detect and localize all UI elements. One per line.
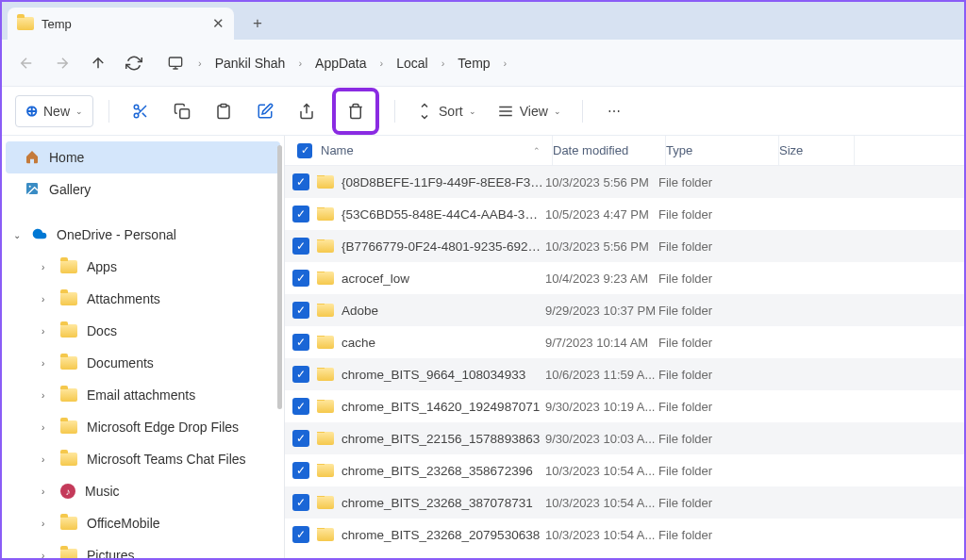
paste-button[interactable]: [208, 95, 240, 127]
table-row[interactable]: ✓chrome_BITS_22156_15788938639/30/2023 1…: [285, 422, 964, 454]
column-type[interactable]: Type: [666, 136, 779, 165]
table-row[interactable]: ✓cache9/7/2023 10:14 AMFile folder: [285, 326, 964, 358]
file-name-cell[interactable]: chrome_BITS_23268_358672396: [309, 464, 545, 478]
table-row[interactable]: ✓chrome_BITS_23268_38707873110/3/2023 10…: [285, 486, 964, 519]
copy-button[interactable]: [166, 95, 198, 127]
chevron-right-icon[interactable]: ›: [42, 326, 51, 337]
view-button[interactable]: View ⌄: [491, 95, 567, 127]
file-name-cell[interactable]: chrome_BITS_22156_1578893863: [309, 432, 545, 446]
file-name: chrome_BITS_23268_387078731: [341, 496, 545, 510]
sidebar-item-gallery[interactable]: Gallery: [6, 173, 280, 206]
row-checkbox[interactable]: ✓: [292, 334, 309, 351]
folder-icon: [317, 432, 334, 445]
select-all-checkbox[interactable]: ✓: [292, 143, 317, 158]
sidebar-item[interactable]: ›Apps: [6, 251, 280, 283]
file-name-cell[interactable]: {08D8BEFE-11F9-449F-8EE8-F3716E7C...: [309, 175, 545, 189]
file-name-cell[interactable]: chrome_BITS_9664_108034933: [309, 368, 545, 382]
chevron-right-icon[interactable]: ›: [42, 262, 51, 272]
close-icon[interactable]: ✕: [212, 15, 225, 32]
file-name-cell[interactable]: Adobe: [309, 304, 545, 318]
chevron-right-icon[interactable]: ›: [42, 390, 51, 401]
new-tab-button[interactable]: +: [242, 8, 274, 40]
chevron-right-icon[interactable]: ›: [42, 551, 51, 559]
file-name: Adobe: [341, 304, 545, 318]
sidebar-item[interactable]: ›Email attachments: [6, 379, 280, 411]
file-date: 9/30/2023 10:03 A...: [545, 432, 658, 446]
file-name-cell[interactable]: chrome_BITS_23268_2079530638: [309, 528, 545, 542]
row-checkbox[interactable]: ✓: [292, 302, 309, 319]
table-row[interactable]: ✓chrome_BITS_9664_10803493310/6/2023 11:…: [285, 358, 964, 390]
chevron-right-icon[interactable]: ›: [42, 358, 51, 369]
row-checkbox[interactable]: ✓: [292, 398, 309, 415]
file-type: File folder: [658, 207, 772, 222]
tab[interactable]: Temp ✕: [8, 8, 234, 40]
file-name-cell[interactable]: cache: [309, 336, 545, 350]
table-row[interactable]: ✓chrome_BITS_23268_207953063810/3/2023 1…: [285, 519, 964, 551]
sidebar-item-onedrive[interactable]: ⌄ OneDrive - Personal: [6, 219, 280, 251]
file-list: ✓{08D8BEFE-11F9-449F-8EE8-F3716E7C...10/…: [285, 166, 964, 558]
file-date: 10/5/2023 4:47 PM: [545, 207, 658, 222]
refresh-button[interactable]: [125, 54, 143, 73]
chevron-right-icon[interactable]: ›: [42, 454, 51, 465]
sort-button[interactable]: Sort ⌄: [410, 95, 482, 127]
file-name-cell[interactable]: {53C6BD55-848E-44C4-AAB4-3EC628...: [309, 207, 545, 222]
row-checkbox[interactable]: ✓: [292, 366, 309, 383]
table-row[interactable]: ✓{53C6BD55-848E-44C4-AAB4-3EC628...10/5/…: [285, 198, 964, 230]
row-checkbox[interactable]: ✓: [292, 206, 309, 222]
table-row[interactable]: ✓{B7766779-0F24-4801-9235-692F257F...10/…: [285, 230, 964, 262]
chevron-right-icon[interactable]: ›: [42, 486, 51, 497]
table-row[interactable]: ✓{08D8BEFE-11F9-449F-8EE8-F3716E7C...10/…: [285, 166, 964, 198]
sidebar-item[interactable]: ›Documents: [6, 347, 280, 379]
sidebar-item[interactable]: ›♪Music: [6, 475, 280, 507]
breadcrumb-item[interactable]: AppData: [315, 56, 366, 71]
sidebar-item[interactable]: ›Attachments: [6, 283, 280, 315]
column-date[interactable]: Date modified: [553, 136, 666, 165]
sidebar-item[interactable]: ›OfficeMobile: [6, 507, 280, 539]
delete-button[interactable]: [340, 95, 372, 127]
back-button[interactable]: [17, 54, 36, 73]
file-date: 10/3/2023 5:56 PM: [545, 239, 658, 254]
forward-button[interactable]: [53, 54, 72, 73]
sidebar-item[interactable]: ›Microsoft Edge Drop Files: [6, 411, 280, 443]
table-row[interactable]: ✓acrocef_low10/4/2023 9:23 AMFile folder: [285, 262, 964, 294]
more-button[interactable]: ⋯: [598, 95, 630, 127]
chevron-right-icon[interactable]: ›: [42, 294, 51, 305]
file-name-cell[interactable]: chrome_BITS_23268_387078731: [309, 496, 545, 510]
sidebar-item[interactable]: ›Microsoft Teams Chat Files: [6, 443, 280, 475]
folder-icon: [60, 356, 77, 370]
table-row[interactable]: ✓Adobe9/29/2023 10:37 PMFile folder: [285, 294, 964, 326]
sidebar-item[interactable]: ›Pictures: [6, 539, 280, 558]
row-checkbox[interactable]: ✓: [292, 430, 309, 447]
share-button[interactable]: [291, 95, 323, 127]
file-name-cell[interactable]: acrocef_low: [309, 272, 545, 286]
cut-button[interactable]: [125, 95, 157, 127]
breadcrumb-item[interactable]: Local: [396, 56, 427, 71]
new-button[interactable]: ⊕ New ⌄: [15, 95, 93, 127]
folder-icon: [60, 517, 77, 530]
rename-button[interactable]: [249, 95, 281, 127]
row-checkbox[interactable]: ✓: [292, 173, 309, 190]
table-row[interactable]: ✓chrome_BITS_23268_35867239610/3/2023 10…: [285, 454, 964, 486]
folder-icon: [17, 17, 34, 30]
row-checkbox[interactable]: ✓: [292, 462, 309, 479]
sidebar-item[interactable]: ›Docs: [6, 315, 280, 347]
chevron-right-icon[interactable]: ›: [42, 422, 51, 433]
sidebar-item-home[interactable]: Home: [6, 141, 280, 173]
file-name-cell[interactable]: {B7766779-0F24-4801-9235-692F257F...: [309, 239, 545, 254]
up-button[interactable]: [89, 54, 108, 73]
breadcrumb-item[interactable]: Temp: [458, 56, 490, 71]
chevron-right-icon[interactable]: ›: [42, 519, 51, 529]
chevron-down-icon[interactable]: ⌄: [13, 230, 23, 240]
breadcrumb-item[interactable]: Pankil Shah: [215, 56, 286, 71]
folder-icon: [317, 239, 334, 253]
row-checkbox[interactable]: ✓: [292, 494, 309, 511]
row-checkbox[interactable]: ✓: [292, 270, 309, 287]
row-checkbox[interactable]: ✓: [292, 238, 309, 255]
column-name[interactable]: Name⌃: [317, 136, 553, 165]
table-row[interactable]: ✓chrome_BITS_14620_19249870719/30/2023 1…: [285, 390, 964, 422]
file-name-cell[interactable]: chrome_BITS_14620_1924987071: [309, 400, 545, 414]
scrollbar[interactable]: [277, 145, 282, 409]
row-checkbox[interactable]: ✓: [292, 526, 309, 543]
pc-icon[interactable]: [166, 54, 185, 73]
column-size[interactable]: Size: [779, 136, 855, 165]
